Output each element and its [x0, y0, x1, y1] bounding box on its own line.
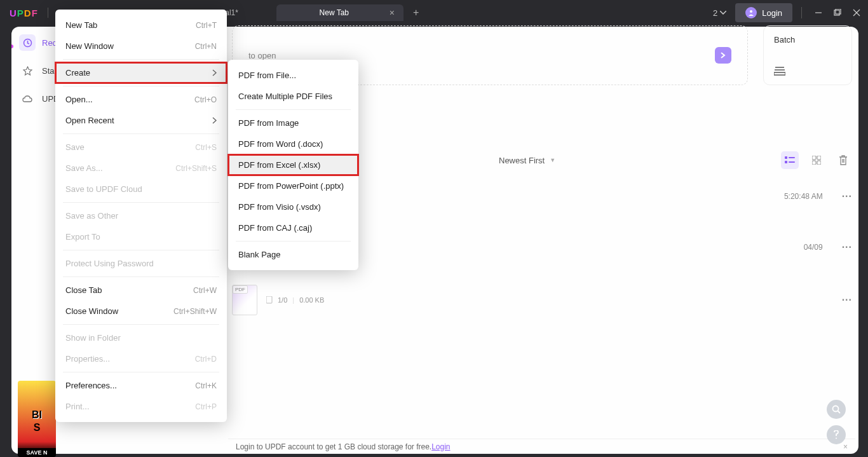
minimize-button[interactable] [815, 9, 822, 17]
submenu-item-pdf-from-caj-caj[interactable]: PDF from CAJ (.caj) [228, 217, 358, 238]
batch-title: Batch [774, 35, 841, 44]
login-banner: Login to UPDF account to get 1 GB cloud … [228, 439, 855, 454]
stack-icon [774, 65, 841, 76]
svg-point-16 [833, 406, 839, 412]
svg-rect-7 [785, 156, 787, 159]
menu-item-new-tab[interactable]: New TabCtrl+T [55, 15, 227, 36]
menu-item-preferences[interactable]: Preferences...Ctrl+K [55, 375, 227, 396]
svg-point-0 [750, 10, 752, 13]
svg-rect-15 [266, 296, 272, 303]
more-icon[interactable]: ··· [842, 294, 852, 306]
search-button[interactable] [827, 400, 846, 419]
banner-close-icon[interactable]: × [843, 442, 848, 451]
banner-login-link[interactable]: Login [431, 442, 450, 451]
submenu-item-create-multiple-pdf-files[interactable]: Create Multiple PDF Files [228, 86, 358, 107]
menu-item-export-to: Export To [55, 226, 227, 247]
grid-view-button[interactable] [808, 151, 825, 169]
avatar-icon [745, 7, 757, 18]
sidebar-label: Rec [42, 38, 57, 48]
submenu-item-blank-page[interactable]: Blank Page [228, 244, 358, 265]
star-icon [19, 62, 36, 79]
create-submenu: PDF from File...Create Multiple PDF File… [228, 60, 358, 270]
file-time: 5:20:48 AM [740, 192, 823, 201]
chevron-right-icon [212, 117, 217, 124]
submenu-item-pdf-from-image[interactable]: PDF from Image [228, 113, 358, 133]
clock-icon [19, 34, 36, 51]
list-view-button[interactable] [781, 151, 799, 169]
svg-point-18 [836, 438, 837, 439]
submenu-item-pdf-from-visio-vsdx[interactable]: PDF from Visio (.vsdx) [228, 196, 358, 217]
file-menu: New TabCtrl+TNew WindowCtrl+NCreateOpen.… [55, 10, 227, 422]
pdf-badge: PDF [233, 285, 248, 294]
login-button[interactable]: Login [735, 3, 792, 22]
menu-item-close-window[interactable]: Close WindowCtrl+Shift+W [55, 301, 227, 322]
menu-item-create[interactable]: Create [55, 62, 227, 83]
svg-rect-2 [834, 10, 839, 15]
submenu-item-pdf-from-word-docx[interactable]: PDF from Word (.docx) [228, 133, 358, 154]
menu-item-show-in-folder: Show in Folder [55, 327, 227, 348]
page-icon [266, 296, 273, 304]
svg-rect-9 [785, 161, 787, 163]
tab-new-tab[interactable]: New Tab × [276, 4, 403, 21]
menu-item-print: Print...Ctrl+P [55, 396, 227, 417]
tab-close-icon[interactable]: × [390, 8, 395, 17]
svg-rect-3 [836, 9, 841, 14]
svg-rect-8 [789, 157, 795, 158]
menu-item-open-recent[interactable]: Open Recent [55, 110, 227, 131]
menu-item-save-to-updf-cloud: Save to UPDF Cloud [55, 179, 227, 200]
close-button[interactable] [853, 9, 860, 17]
menu-item-save-as-other: Save as Other [55, 205, 227, 226]
menu-item-properties: Properties...Ctrl+D [55, 348, 227, 369]
svg-rect-12 [817, 156, 821, 160]
promo-banner[interactable]: BI S SAVE N [18, 381, 56, 457]
cloud-icon [19, 90, 36, 107]
menu-item-new-window[interactable]: New WindowCtrl+N [55, 36, 227, 57]
help-button[interactable] [827, 425, 846, 444]
add-tab-button[interactable]: + [413, 7, 419, 18]
sort-dropdown[interactable]: Newest First ▼ [499, 156, 555, 165]
window-count-dropdown[interactable]: 2 [713, 8, 726, 18]
svg-rect-11 [812, 156, 816, 160]
menu-item-open[interactable]: Open...Ctrl+O [55, 89, 227, 110]
svg-rect-10 [789, 161, 795, 163]
submenu-item-pdf-from-file[interactable]: PDF from File... [228, 65, 358, 86]
delete-button[interactable] [834, 151, 852, 169]
menu-item-protect-using-password: Protect Using Password [55, 253, 227, 274]
svg-rect-13 [812, 161, 816, 165]
tab-label: New Tab [285, 8, 383, 17]
menu-item-save: SaveCtrl+S [55, 137, 227, 158]
banner-text: Login to UPDF account to get 1 GB cloud … [236, 442, 431, 451]
svg-line-17 [838, 411, 841, 414]
indicator-dot [11, 44, 13, 48]
submenu-item-pdf-from-powerpoint-pptx[interactable]: PDF from PowerPoint (.pptx) [228, 175, 358, 196]
pdf-thumbnail: PDF [232, 285, 257, 315]
arrow-right-icon [715, 47, 731, 64]
chevron-right-icon [212, 69, 217, 76]
more-icon[interactable]: ··· [842, 191, 852, 202]
svg-rect-14 [817, 161, 821, 165]
batch-card[interactable]: Batch [763, 25, 852, 85]
submenu-item-pdf-from-excel-xlsx[interactable]: PDF from Excel (.xlsx) [228, 154, 358, 175]
app-logo: UPDF [10, 8, 38, 18]
more-icon[interactable]: ··· [842, 242, 852, 253]
file-info: 1/0 | 0.00 KB [266, 296, 324, 304]
open-card-hint: to open [248, 51, 276, 60]
file-date: 04/09 [740, 243, 823, 252]
menu-item-close-tab[interactable]: Close TabCtrl+W [55, 280, 227, 301]
chevron-down-icon [720, 11, 726, 15]
menu-item-save-as: Save As...Ctrl+Shift+S [55, 158, 227, 179]
file-row[interactable]: PDF 1/0 | 0.00 KB ··· [232, 285, 852, 315]
maximize-button[interactable] [834, 9, 841, 17]
